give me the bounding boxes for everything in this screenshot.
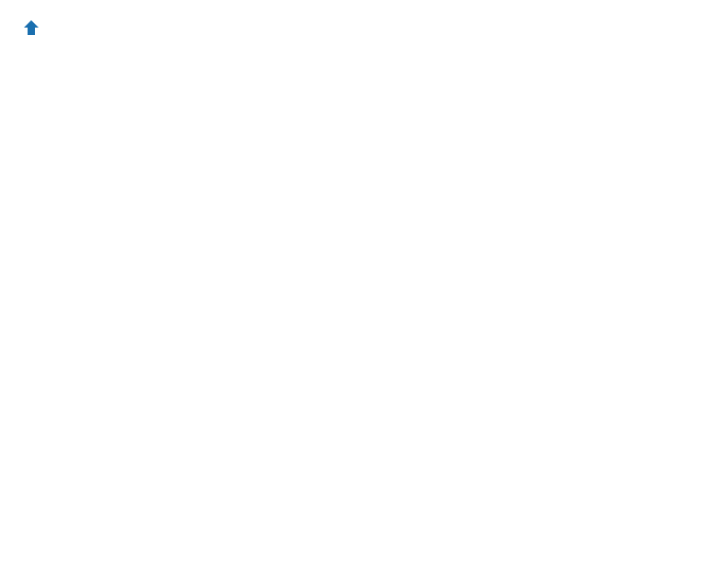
page-header	[9, 9, 719, 45]
svg-marker-0	[24, 20, 39, 35]
logo-icon	[22, 18, 40, 40]
logo	[18, 18, 40, 40]
